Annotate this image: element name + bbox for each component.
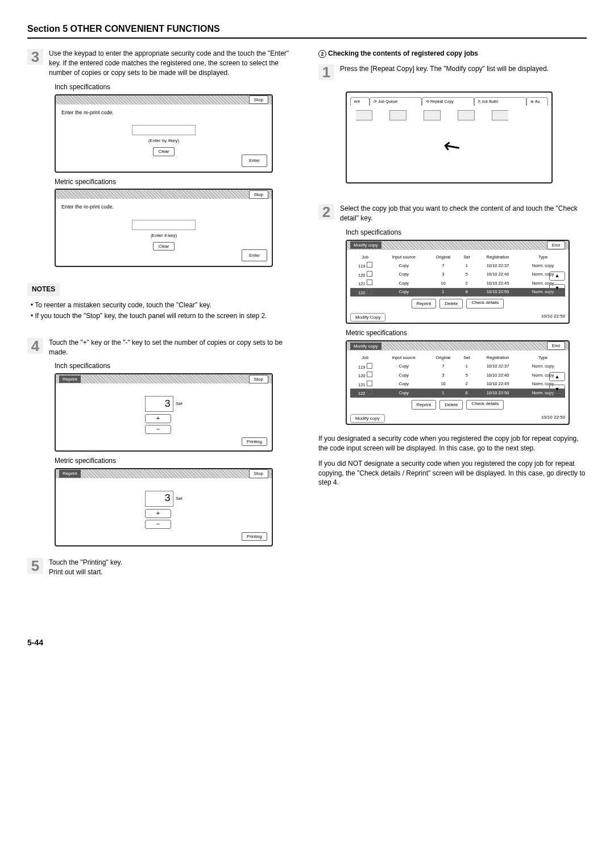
set-label: Set bbox=[176, 495, 182, 502]
step-1-text: Press the [Repeat Copy] key. The "Modify… bbox=[340, 64, 587, 80]
tab-job-build[interactable]: ⎘ Job Build bbox=[474, 97, 526, 106]
footer-left[interactable]: Modify copy bbox=[350, 414, 385, 423]
note-1: • To reenter a mistaken security code, t… bbox=[31, 301, 296, 310]
stop-button[interactable]: Stop bbox=[249, 95, 268, 104]
reprint-button[interactable]: Reprint bbox=[412, 299, 437, 308]
job-table: Job Input source Original Set Registrati… bbox=[350, 253, 565, 297]
end-button[interactable]: End bbox=[547, 241, 565, 249]
page-number: 5-44 bbox=[27, 637, 587, 649]
modify-copy-screen-metric: Modify copy End JobInput sourceOriginalS… bbox=[346, 340, 570, 425]
screen-title: Reprint bbox=[59, 470, 81, 477]
stop-button[interactable]: Stop bbox=[249, 190, 268, 199]
plus-button[interactable]: + bbox=[145, 509, 171, 518]
table-row[interactable]: 120 Copy3510/10 22:40Norm. copy bbox=[350, 371, 565, 380]
col-set: Set bbox=[459, 253, 475, 262]
code-input[interactable] bbox=[132, 220, 196, 230]
tab-job-queue[interactable]: ⟳ Job Queue bbox=[370, 97, 422, 106]
tab-repeat-copy[interactable]: ⟲ Repeat Copy bbox=[422, 97, 474, 106]
step-2-text: Select the copy job that you want to che… bbox=[340, 204, 587, 223]
col-job: Job bbox=[350, 253, 380, 262]
printing-button[interactable]: Printing bbox=[242, 532, 267, 541]
minus-button[interactable]: − bbox=[145, 425, 171, 434]
copy-count: 3 bbox=[145, 491, 173, 507]
paragraph-2: If you did NOT designate a security code… bbox=[318, 459, 587, 487]
prompt-text: Enter the re-print code. bbox=[61, 109, 266, 116]
step-4-text: Touch the "+" key or the "-" key to set … bbox=[49, 338, 296, 357]
enter-button[interactable]: Enter bbox=[242, 155, 267, 166]
stop-button[interactable]: Stop bbox=[249, 375, 268, 383]
prompt-text: Enter the re-print code. bbox=[61, 203, 266, 211]
doc-icon bbox=[367, 289, 372, 294]
step-5-text-1: Touch the "Printing" key. bbox=[49, 558, 296, 567]
folder-icon bbox=[458, 110, 475, 120]
printing-button[interactable]: Printing bbox=[242, 437, 267, 446]
screen-title: Modify copy bbox=[350, 343, 381, 350]
scroll-down-button[interactable]: ▼ bbox=[549, 284, 565, 293]
col-source: Input source bbox=[380, 253, 428, 262]
copy-count: 3 bbox=[145, 396, 173, 412]
delete-button[interactable]: Delete bbox=[439, 299, 463, 308]
modify-copy-screen-inch: Modify copy End Job Input source Origina… bbox=[346, 240, 570, 324]
stop-button[interactable]: Stop bbox=[249, 469, 268, 478]
step-4-number: 4 bbox=[27, 338, 43, 354]
enter-button[interactable]: Enter bbox=[242, 249, 267, 261]
step-5-text-2: Print out will start. bbox=[49, 567, 296, 577]
subsection-number: 2 bbox=[318, 50, 326, 58]
folder-icon bbox=[356, 110, 372, 120]
minus-button[interactable]: − bbox=[145, 520, 171, 529]
table-row[interactable]: 120 Copy3510/10 22:40Norm. copy bbox=[350, 270, 565, 279]
doc-icon bbox=[367, 372, 372, 377]
col-registration: Registration bbox=[475, 253, 521, 262]
check-details-button[interactable]: Check details bbox=[466, 400, 504, 410]
col-type: Type bbox=[521, 253, 565, 262]
delete-button[interactable]: Delete bbox=[439, 400, 463, 410]
set-label: Set bbox=[176, 400, 182, 407]
doc-icon bbox=[367, 271, 372, 277]
step-2-number: 2 bbox=[318, 204, 334, 220]
code-screen-metric: Stop Enter the re-print code. (Enter #-k… bbox=[55, 189, 273, 267]
hint-text: (Enter by #key) bbox=[61, 137, 266, 144]
section-header: Section 5 OTHER CONVENIENT FUNCTIONS bbox=[27, 23, 587, 39]
plus-button[interactable]: + bbox=[145, 414, 171, 423]
job-table: JobInput sourceOriginalSetRegistrationTy… bbox=[350, 354, 565, 398]
inch-spec-label-2: Inch specifications bbox=[55, 361, 296, 371]
clear-button[interactable]: Clear bbox=[153, 147, 174, 156]
clear-button[interactable]: Clear bbox=[153, 242, 174, 251]
notes-title: NOTES bbox=[27, 283, 60, 296]
scroll-up-button[interactable]: ▲ bbox=[549, 272, 565, 281]
step-5-number: 5 bbox=[27, 558, 43, 574]
doc-icon bbox=[367, 381, 372, 386]
inch-spec-label-r: Inch specifications bbox=[346, 228, 587, 237]
table-row[interactable]: 119 Copy7110/10 22:37Norm. copy bbox=[350, 261, 565, 270]
table-row[interactable]: 121 Copy10210/10 22:45Norm. copy bbox=[350, 380, 565, 389]
doc-icon bbox=[367, 279, 372, 285]
folder-icon bbox=[492, 110, 508, 120]
note-2: • If you touch the "Stop" key, the touch… bbox=[31, 311, 296, 321]
footer-left[interactable]: Modify Copy bbox=[350, 313, 385, 322]
table-row[interactable]: 121 Copy10210/10 22:45Norm. copy bbox=[350, 279, 565, 288]
set-screen-metric: Reprint Stop 3 + − Set Printing bbox=[55, 468, 273, 546]
end-button[interactable]: End bbox=[547, 341, 565, 350]
check-details-button[interactable]: Check details bbox=[466, 299, 504, 308]
tab-ent[interactable]: ent bbox=[350, 97, 370, 106]
folder-icon bbox=[424, 110, 441, 120]
set-screen-inch: Reprint Stop 3 + − Set Printing bbox=[55, 373, 273, 452]
doc-icon bbox=[367, 363, 372, 369]
left-column: 3 Use the keypad to enter the appropriat… bbox=[27, 49, 296, 580]
tabs-screen: ent ⟳ Job Queue ⟲ Repeat Copy ⎘ Job Buil… bbox=[346, 91, 553, 183]
paragraph-1: If you designated a security code when y… bbox=[318, 434, 587, 453]
metric-spec-label-2: Metric specifications bbox=[55, 456, 296, 466]
scroll-up-button[interactable]: ▲ bbox=[549, 372, 565, 381]
code-input[interactable] bbox=[132, 125, 196, 135]
reprint-button[interactable]: Reprint bbox=[412, 400, 437, 410]
tab-au[interactable]: ⊛ Au bbox=[526, 97, 548, 106]
folder-icon bbox=[389, 110, 406, 120]
table-row-selected[interactable]: 122 Copy1610/10 22:50Norm. copy bbox=[350, 288, 565, 297]
scroll-down-button[interactable]: ▼ bbox=[549, 385, 565, 394]
table-row[interactable]: 119 Copy7110/10 22:37Norm. copy bbox=[350, 362, 565, 372]
step-3-text: Use the keypad to enter the appropriate … bbox=[49, 49, 296, 77]
table-row-selected[interactable]: 122 Copy1610/10 22:50Norm. copy bbox=[350, 389, 565, 398]
metric-spec-label-r: Metric specifications bbox=[346, 328, 587, 338]
step-1-number: 1 bbox=[318, 64, 334, 80]
pointer-arrow-icon: ↖ bbox=[437, 130, 467, 163]
